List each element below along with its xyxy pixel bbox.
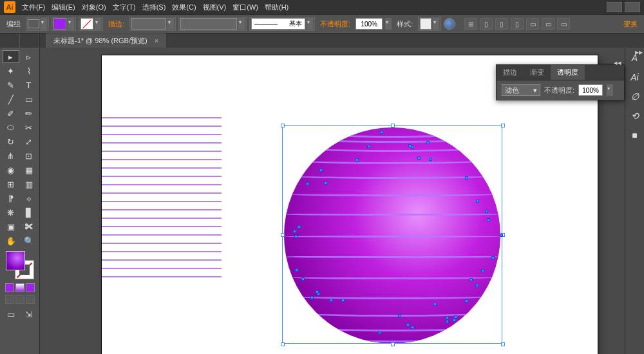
menu-bar: Ai 文件(F) 编辑(E) 对象(O) 文字(T) 选择(S) 效果(C) 视… <box>0 0 644 14</box>
none-icon[interactable] <box>26 283 35 292</box>
ai-panel-icon[interactable]: Ai <box>629 71 641 84</box>
color-mode-row <box>5 283 35 292</box>
tool-palette: ▸▹ ✦⌇ ✎T ╱▭ ✐✏ ⬭✂ ↻⤢ ⋔⊡ ◉▦ ⊞▥ ⁋⟐ ❋▊ ▣✀ ✋… <box>0 48 40 354</box>
stroke-label: 描边: <box>106 19 127 29</box>
toolbar-header <box>0 33 40 48</box>
direct-select-tool[interactable]: ▹ <box>21 50 37 63</box>
panel-tab-transparency[interactable]: 透明度 <box>551 65 585 80</box>
change-screen-icon[interactable]: ⇲ <box>21 308 37 321</box>
right-panel-strip: ▸▸ A Ai ∅ ⟲ ■ <box>625 48 644 354</box>
draw-normal-icon[interactable] <box>5 295 14 304</box>
stroke-swatch-group[interactable] <box>79 17 103 31</box>
history-panel-icon[interactable]: ⟲ <box>629 109 641 122</box>
width-tool[interactable]: ⋔ <box>3 149 19 162</box>
align-middle[interactable]: ▭ <box>542 18 554 30</box>
draw-behind-icon[interactable] <box>15 295 24 304</box>
fill-stroke-proxy[interactable] <box>6 251 34 279</box>
stroke-weight[interactable] <box>129 17 176 31</box>
scale-tool[interactable]: ⤢ <box>21 135 37 148</box>
menu-file[interactable]: 文件(F) <box>22 3 45 12</box>
app-logo: Ai <box>4 1 15 13</box>
swatch-panel-icon[interactable]: ■ <box>629 129 641 142</box>
align-bottom[interactable]: ▭ <box>557 18 570 30</box>
selection-mode-label: 编组 <box>4 19 23 29</box>
options-bar: 编组 描边: 基本 不透明度: 样式: ⊞ ▯ ▯ ▯ ▭ ▭ ▭ 变换 <box>0 14 644 33</box>
recolor-icon[interactable] <box>444 18 455 30</box>
selection-bbox[interactable] <box>282 125 502 344</box>
slice-tool[interactable]: ✀ <box>21 220 37 233</box>
hand-tool[interactable]: ✋ <box>3 234 19 247</box>
panel-opacity-dd[interactable] <box>607 84 613 96</box>
menu-help[interactable]: 帮助(H) <box>265 3 289 12</box>
menu-object[interactable]: 对象(O) <box>82 3 106 12</box>
shape-builder-tool[interactable]: ◉ <box>3 163 19 176</box>
opacity-dropdown[interactable] <box>385 18 392 30</box>
menu-view[interactable]: 视图(V) <box>203 3 227 12</box>
brush-def[interactable] <box>178 17 247 31</box>
line-style[interactable]: 基本 <box>249 17 315 31</box>
menu-select[interactable]: 选择(S) <box>142 3 166 12</box>
fill-swatch[interactable] <box>53 18 66 30</box>
type-tool[interactable]: T <box>21 79 37 91</box>
artboard-tool[interactable]: ▣ <box>3 220 19 233</box>
magic-wand-tool[interactable]: ✦ <box>3 64 19 77</box>
pen-tool[interactable]: ✎ <box>3 79 19 91</box>
line-pattern <box>102 117 222 284</box>
perspective-tool[interactable]: ▦ <box>21 163 37 176</box>
panel-tab-stroke[interactable]: 描边 <box>497 65 524 80</box>
blend-mode-select[interactable]: 滤色▾ <box>502 84 540 96</box>
align-left[interactable]: ▯ <box>480 18 493 30</box>
close-tab-icon[interactable]: × <box>155 37 158 44</box>
free-transform-tool[interactable]: ⊡ <box>21 149 37 162</box>
panel-opacity-label: 不透明度: <box>544 86 574 95</box>
fill-proxy[interactable] <box>6 251 25 270</box>
eraser-tool[interactable]: ✂ <box>21 121 37 134</box>
rotate-tool[interactable]: ↻ <box>3 135 19 148</box>
mesh-tool[interactable]: ⊞ <box>3 178 19 191</box>
panel-body: 滤色▾ 不透明度: <box>497 80 624 100</box>
circle-panel-icon[interactable]: ∅ <box>629 90 641 103</box>
gradient-tool[interactable]: ▥ <box>21 178 37 191</box>
eyedropper-tool[interactable]: ⁋ <box>3 192 19 205</box>
menu-effect[interactable]: 效果(C) <box>172 3 196 12</box>
fill-swatch-group[interactable] <box>52 17 76 31</box>
gradient-icon[interactable] <box>15 283 24 292</box>
document-tab[interactable]: 未标题-1* @ 98% (RGB/预览) × <box>46 33 166 48</box>
rect-tool[interactable]: ▭ <box>21 93 37 106</box>
transform-label[interactable]: 变换 <box>621 19 640 29</box>
screen-mode-tool[interactable]: ▭ <box>3 308 19 321</box>
draw-inside-icon[interactable] <box>26 295 35 304</box>
pencil-tool[interactable]: ✏ <box>21 107 37 120</box>
blob-tool[interactable]: ⬭ <box>3 121 19 134</box>
opacity-input[interactable] <box>355 18 383 30</box>
zoom-tool[interactable]: 🔍 <box>21 234 37 247</box>
menu-window[interactable]: 窗口(W) <box>232 3 258 12</box>
panel-tab-gradient[interactable]: 渐变 <box>524 65 551 80</box>
blend-tool[interactable]: ⟐ <box>21 192 37 205</box>
screen-mode-row <box>5 295 35 304</box>
line-tool[interactable]: ╱ <box>3 93 19 106</box>
solid-color-icon[interactable] <box>5 283 14 292</box>
expand-panels-icon[interactable]: ▸▸ <box>635 48 643 57</box>
stroke-swatch[interactable] <box>80 18 93 30</box>
menu-edit[interactable]: 编辑(E) <box>52 3 75 12</box>
align-top[interactable]: ▭ <box>526 18 539 30</box>
align-right[interactable]: ▯ <box>511 18 524 30</box>
lasso-tool[interactable]: ⌇ <box>21 64 37 77</box>
selection-tool[interactable]: ▸ <box>3 50 19 63</box>
brush-tool[interactable]: ✐ <box>3 107 19 120</box>
graph-tool[interactable]: ▊ <box>21 206 37 219</box>
arrange-button[interactable] <box>625 2 640 12</box>
graphic-style[interactable] <box>418 17 441 31</box>
symbol-tool[interactable]: ❋ <box>3 206 19 219</box>
transparency-panel[interactable]: ◂◂ 描边 渐变 透明度 滤色▾ 不透明度: <box>496 64 625 100</box>
align-btn-1[interactable]: ⊞ <box>464 18 477 30</box>
style-label: 样式: <box>394 19 415 29</box>
workspace-button[interactable] <box>607 2 622 12</box>
panel-tab-row: 描边 渐变 透明度 <box>497 65 624 80</box>
panel-collapse-icon[interactable]: ◂◂ <box>614 59 621 67</box>
panel-opacity-input[interactable] <box>578 84 603 96</box>
align-center[interactable]: ▯ <box>495 18 508 30</box>
anchor-toggle[interactable] <box>26 17 49 31</box>
menu-type[interactable]: 文字(T) <box>113 3 136 12</box>
